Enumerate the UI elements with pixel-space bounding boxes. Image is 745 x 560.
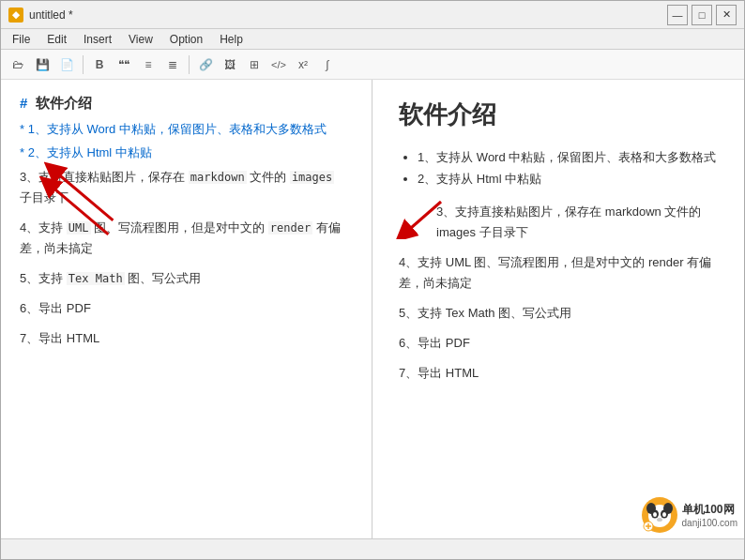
title-bar-left: ◆ untitled * (8, 8, 73, 23)
link-icon: 🔗 (199, 58, 213, 71)
quote-icon: ❝❝ (118, 58, 129, 71)
editor-para-4: 6、导出 PDF (20, 298, 353, 319)
math-icon: ∫ (326, 58, 328, 71)
preview-para-5: 7、导出 HTML (399, 363, 718, 384)
preview-para-1: 3、支持直接粘贴图片，保存在 markdown 文件的 images 子目录下 (399, 202, 718, 243)
quote-button[interactable]: ❝❝ (113, 53, 135, 76)
app-icon: ◆ (8, 8, 23, 23)
editor-link-1[interactable]: * 1、支持从 Word 中粘贴，保留图片、表格和大多数格式 (20, 120, 353, 140)
preview-para-3: 5、支持 Tex Math 图、写公式用 (399, 303, 718, 324)
image-button[interactable]: 🖼 (219, 53, 241, 76)
menu-edit[interactable]: Edit (39, 31, 74, 48)
bold-button[interactable]: B (88, 53, 111, 76)
separator-2 (189, 55, 190, 74)
watermark: 单机100网 danji100.com (641, 496, 737, 534)
image-icon: 🖼 (224, 58, 236, 71)
minimize-button[interactable]: — (667, 5, 688, 25)
table-button[interactable]: ⊞ (243, 53, 266, 76)
preview-heading: 软件介绍 (399, 98, 718, 131)
code-icon: </> (271, 59, 286, 70)
list-item-2: 2、支持从 Html 中粘贴 (418, 168, 718, 189)
code-uml: UML (67, 221, 91, 235)
main-content: # 软件介绍 * 1、支持从 Word 中粘贴，保留图片、表格和大多数格式 * … (1, 80, 744, 538)
app-window: ◆ untitled * — □ ✕ File Edit Insert View… (0, 0, 745, 560)
open-folder-icon: 🗁 (12, 58, 23, 71)
menu-file[interactable]: File (5, 31, 38, 48)
watermark-sub-text: danji100.com (682, 518, 737, 528)
close-button[interactable]: ✕ (716, 5, 737, 25)
preview-arrow-container: 3、支持直接粘贴图片，保存在 markdown 文件的 images 子目录下 (399, 202, 718, 243)
menu-bar: File Edit Insert View Option Help (1, 29, 744, 50)
list-ordered-button[interactable]: ≣ (161, 53, 184, 76)
editor-pane[interactable]: # 软件介绍 * 1、支持从 Word 中粘贴，保留图片、表格和大多数格式 * … (1, 80, 372, 538)
save-button[interactable]: 💾 (31, 53, 53, 76)
svg-point-13 (662, 512, 666, 517)
watermark-logo-icon (641, 496, 678, 534)
link-button[interactable]: 🔗 (194, 53, 217, 76)
code-render: render (268, 221, 312, 235)
preview-para-2: 4、支持 UML 图、写流程图用，但是对中文的 render 有偏差，尚未搞定 (399, 252, 718, 294)
list-unordered-button[interactable]: ≡ (137, 53, 160, 76)
status-bar (1, 538, 744, 559)
svg-point-12 (653, 512, 657, 517)
watermark-main-text: 单机100网 (682, 502, 737, 518)
menu-insert[interactable]: Insert (76, 31, 119, 48)
preview-pane: 软件介绍 1、支持从 Word 中粘贴，保留图片、表格和大多数格式 2、支持从 … (372, 80, 744, 538)
list-ordered-icon: ≣ (168, 58, 177, 71)
title-bar: ◆ untitled * — □ ✕ (1, 1, 744, 29)
math-button[interactable]: ∫ (316, 53, 339, 76)
code-markdown: markdown (189, 171, 247, 184)
watermark-label: 单机100网 danji100.com (682, 502, 737, 528)
preview-list: 1、支持从 Word 中粘贴，保留图片、表格和大多数格式 2、支持从 Html … (399, 146, 718, 190)
code-images: images (290, 171, 334, 184)
editor-link-2[interactable]: * 2、支持从 Html 中粘贴 (20, 144, 353, 163)
editor-para-5: 7、导出 HTML (20, 328, 353, 349)
code-texmath: Tex Math (67, 272, 125, 285)
window-controls: — □ ✕ (667, 5, 737, 25)
heading-text: 软件介绍 (36, 95, 92, 111)
editor-heading: # 软件介绍 (20, 95, 353, 113)
separator-1 (83, 55, 84, 74)
editor-para-1: 3、支持直接粘贴图片，保存在 markdown 文件的 images子目录下 (20, 167, 353, 208)
list-item-1: 1、支持从 Word 中粘贴，保留图片、表格和大多数格式 (418, 146, 718, 168)
preview-arrow-icon (389, 192, 446, 239)
svg-line-5 (403, 202, 441, 235)
list-unordered-icon: ≡ (144, 58, 151, 71)
maximize-button[interactable]: □ (692, 5, 712, 25)
code-button[interactable]: </> (267, 53, 290, 76)
svg-point-14 (657, 518, 662, 522)
window-title: untitled * (29, 8, 73, 22)
preview-para-4: 6、导出 PDF (399, 333, 718, 354)
editor-para-2: 4、支持 UML 图、写流程图用，但是对中文的 render 有偏差，尚未搞定 (20, 218, 353, 259)
toolbar: 🗁 💾 📄 B ❝❝ ≡ ≣ 🔗 🖼 ⊞ </> (1, 50, 744, 80)
menu-view[interactable]: View (121, 31, 160, 48)
heading-hash: # (20, 95, 27, 111)
superscript-button[interactable]: x² (292, 53, 314, 76)
new-icon: 📄 (60, 58, 74, 71)
open-folder-button[interactable]: 🗁 (7, 53, 29, 76)
save-icon: 💾 (36, 58, 50, 71)
menu-option[interactable]: Option (162, 31, 210, 48)
table-icon: ⊞ (250, 58, 259, 71)
superscript-icon: x² (298, 58, 308, 71)
editor-para-3: 5、支持 Tex Math 图、写公式用 (20, 268, 353, 289)
menu-help[interactable]: Help (212, 31, 251, 48)
bold-icon: B (96, 58, 104, 71)
new-button[interactable]: 📄 (55, 53, 78, 76)
